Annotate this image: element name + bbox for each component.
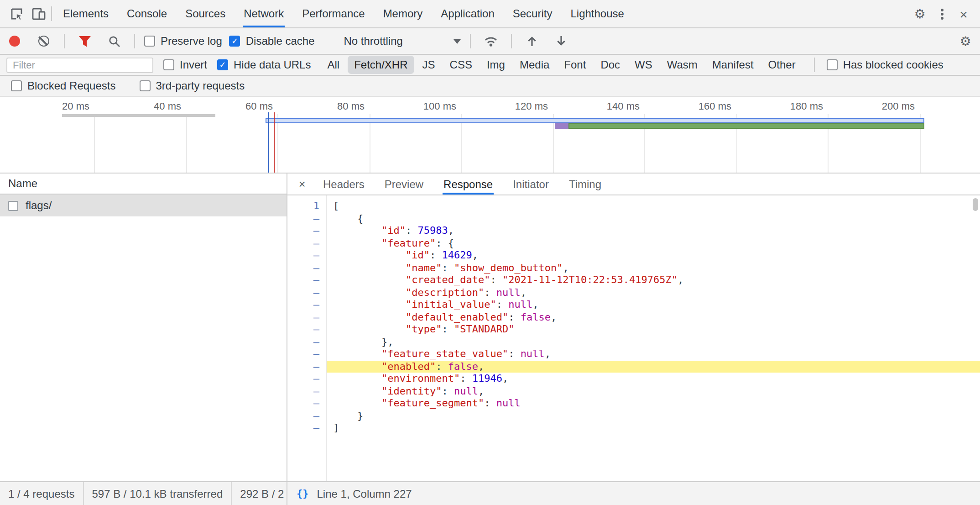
timeline-overview[interactable]: 20 ms40 ms60 ms80 ms100 ms120 ms140 ms16…: [0, 97, 980, 174]
filter-type-fetch-xhr[interactable]: Fetch/XHR: [348, 56, 414, 74]
close-detail-button[interactable]: ×: [291, 177, 313, 191]
filter-type-media[interactable]: Media: [513, 56, 556, 74]
requests-panel: Name flags/: [0, 174, 287, 481]
code-line: – "identity": null,: [287, 385, 980, 397]
close-icon: ×: [959, 6, 968, 21]
toolbar-divider: [134, 34, 135, 48]
timeline-label: 200 ms: [851, 100, 915, 111]
line-number: –: [287, 373, 326, 385]
network-toolbar: Preserve log Disable cache No throttling: [0, 28, 980, 55]
tab-headers[interactable]: Headers: [313, 174, 375, 195]
checkbox-unchecked-icon: [144, 36, 155, 47]
filter-type-js[interactable]: JS: [416, 56, 442, 74]
device-toolbar-button[interactable]: [27, 4, 49, 24]
code-text: "type": "STANDARD": [326, 323, 980, 336]
code-text: {: [326, 212, 980, 225]
network-conditions-button[interactable]: [480, 31, 502, 51]
filter-type-manifest[interactable]: Manifest: [706, 56, 760, 74]
preserve-log-checkbox[interactable]: Preserve log: [144, 35, 222, 47]
filter-type-font[interactable]: Font: [558, 56, 592, 74]
tab-security[interactable]: Security: [504, 0, 562, 27]
more-options-button[interactable]: [931, 4, 953, 24]
code-line: – "id": 75983,: [287, 225, 980, 237]
code-line: – "description": null,: [287, 286, 980, 299]
filter-type-doc[interactable]: Doc: [594, 56, 626, 74]
inspect-element-button[interactable]: [5, 4, 27, 24]
code-token: 14629: [442, 249, 472, 261]
filter-toggle-button[interactable]: [74, 31, 96, 51]
invert-checkbox[interactable]: Invert: [163, 58, 207, 71]
overview-bar-gray: [62, 114, 216, 117]
tab-lighthouse[interactable]: Lighthouse: [561, 0, 633, 27]
code-token: 75983: [417, 225, 448, 237]
tab-memory[interactable]: Memory: [374, 0, 432, 27]
tab-response[interactable]: Response: [433, 174, 503, 195]
request-row[interactable]: flags/: [0, 195, 287, 216]
code-token: :: [442, 323, 454, 335]
code-line: – "feature": {: [287, 237, 980, 249]
code-line: – },: [287, 336, 980, 348]
tab-network[interactable]: Network: [235, 0, 293, 27]
code-text: "environment": 11946,: [326, 373, 980, 385]
code-token: null: [521, 348, 545, 360]
blocked-requests-checkbox[interactable]: Blocked Requests: [11, 79, 115, 92]
code-text: [: [326, 200, 980, 212]
filter-type-css[interactable]: CSS: [443, 56, 479, 74]
clear-icon: [38, 36, 49, 47]
response-code-area[interactable]: 1[– {– "id": 75983,– "feature": {– "id":…: [287, 195, 980, 481]
import-har-button[interactable]: [521, 31, 543, 51]
code-token: :: [442, 385, 454, 397]
third-party-requests-checkbox[interactable]: 3rd-party requests: [139, 79, 245, 92]
hide-data-urls-checkbox[interactable]: Hide data URLs: [217, 58, 311, 71]
line-number: –: [287, 397, 326, 410]
tab-timing[interactable]: Timing: [559, 174, 611, 195]
detail-tabs-list: HeadersPreviewResponseInitiatorTiming: [313, 174, 611, 195]
filter-type-ws[interactable]: WS: [628, 56, 659, 74]
settings-button[interactable]: ⚙: [909, 4, 931, 24]
name-column-header[interactable]: Name: [0, 174, 287, 195]
code-token: :: [508, 311, 521, 323]
tab-console[interactable]: Console: [118, 0, 176, 27]
load-event-line: [274, 112, 275, 173]
code-token: [333, 360, 381, 372]
clear-button[interactable]: [33, 31, 55, 51]
code-text: "id": 14629,: [326, 249, 980, 262]
tab-elements[interactable]: Elements: [54, 0, 118, 27]
has-blocked-cookies-checkbox[interactable]: Has blocked cookies: [827, 58, 944, 71]
line-number: –: [287, 286, 326, 299]
tab-sources[interactable]: Sources: [176, 0, 235, 27]
status-segment: 597 B / 10.1 kB transferred: [83, 482, 232, 505]
tab-application[interactable]: Application: [432, 0, 503, 27]
filter-type-all[interactable]: All: [321, 56, 346, 74]
filter-type-list: AllFetch/XHRJSCSSImgMediaFontDocWSWasmMa…: [321, 56, 802, 74]
close-devtools-button[interactable]: ×: [953, 4, 975, 24]
toolbar-divider: [814, 58, 815, 72]
network-settings-button[interactable]: ⚙: [954, 31, 976, 51]
code-line: – "type": "STANDARD": [287, 323, 980, 336]
filter-type-other[interactable]: Other: [762, 56, 802, 74]
scrollbar-thumb[interactable]: [973, 198, 978, 211]
device-toolbar-icon: [31, 7, 45, 20]
code-token: 11946: [472, 373, 502, 384]
filter-type-img[interactable]: Img: [480, 56, 511, 74]
pretty-print-icon[interactable]: {}: [297, 488, 309, 500]
tab-performance[interactable]: Performance: [293, 0, 374, 27]
code-text: "enabled": false,: [326, 360, 980, 373]
search-button[interactable]: [103, 31, 125, 51]
timeline-label: 160 ms: [667, 100, 731, 111]
filter-type-wasm[interactable]: Wasm: [661, 56, 704, 74]
export-har-button[interactable]: [551, 31, 573, 51]
record-button[interactable]: [4, 31, 26, 51]
throttling-select[interactable]: No throttling: [344, 35, 461, 47]
tab-preview[interactable]: Preview: [375, 174, 433, 195]
filter-input[interactable]: [6, 57, 153, 73]
toolbar-divider: [470, 34, 471, 48]
tab-initiator[interactable]: Initiator: [503, 174, 559, 195]
code-token: ,: [678, 274, 683, 286]
request-detail-panel: × HeadersPreviewResponseInitiatorTiming …: [287, 174, 980, 481]
code-line: – "feature_segment": null: [287, 397, 980, 410]
timeline-gridline: [186, 114, 187, 173]
disable-cache-checkbox[interactable]: Disable cache: [229, 35, 315, 47]
overview-bar-purple: [555, 123, 568, 128]
record-icon: [9, 36, 20, 47]
